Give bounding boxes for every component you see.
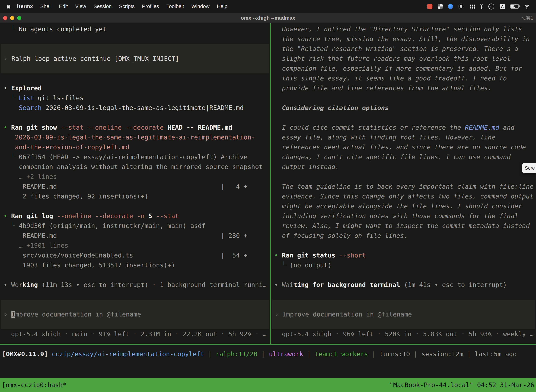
tmux-status-bar: [omx-cczip0:bash* "MacBook-Pro-44.local"… bbox=[0, 378, 536, 392]
apple-menu-icon[interactable] bbox=[6, 4, 10, 9]
screen-recording-icon[interactable] bbox=[427, 4, 432, 9]
window-title-bar[interactable]: omx --xhigh --madmax ⌥⌘1 bbox=[0, 13, 536, 23]
blank-line bbox=[0, 290, 270, 300]
terminal-line: However, I noticed the "Directory Struct… bbox=[271, 24, 536, 34]
terminal-line: The team guideline is to back every impo… bbox=[271, 182, 536, 191]
tmux-pane-bottom: [OMX#0.11.9] cczip/essay/ai-reimplementa… bbox=[0, 345, 536, 378]
terminal-line: companion analysis without altering the … bbox=[0, 162, 270, 172]
terminal-line: evidence. Since this change only affects… bbox=[271, 191, 536, 201]
prompt-input-left[interactable]: › Improve documentation in @filename bbox=[1, 300, 269, 329]
terminal-line: changes, I can't cite specific file line… bbox=[271, 152, 536, 162]
terminal-line: 1903 files changed, 513517 insertions(+) bbox=[0, 260, 270, 270]
terminal-line: README.md | 280 + bbox=[0, 231, 270, 241]
thinking-heading: Considering citation options bbox=[271, 103, 536, 113]
blank-line bbox=[271, 172, 536, 182]
menu-view[interactable]: View bbox=[72, 4, 90, 9]
menu-session[interactable]: Session bbox=[90, 4, 115, 9]
terminal-line: this single essay, it seems like a good … bbox=[271, 73, 536, 83]
ran-git-show: • Ran git show --stat --oneline --decora… bbox=[0, 123, 270, 132]
menu-profiles[interactable]: Profiles bbox=[139, 4, 163, 9]
terminal-line: I could cite commit statistics or refere… bbox=[271, 123, 536, 132]
terminal-line: … +1901 lines bbox=[0, 241, 270, 250]
blank-line bbox=[271, 270, 536, 280]
tmux-host-clock: "MacBook-Pro-44.local" 04:52 31-Mar-26 bbox=[389, 380, 534, 390]
terminal-line: └ 067f154 (HEAD -> essay/ai-reimplementa… bbox=[0, 152, 270, 162]
terminal-line: companion file, especially if more comme… bbox=[271, 64, 536, 73]
tmux-pane-left[interactable]: └ No agents completed yet› Ralph loop ac… bbox=[0, 23, 270, 344]
blank-line bbox=[271, 241, 536, 250]
prompt-input-right[interactable]: › Improve documentation in @filename bbox=[272, 300, 535, 329]
blank-line bbox=[271, 113, 536, 123]
blank-line bbox=[0, 113, 270, 123]
terminal-line: of focusing solely on file lines. bbox=[271, 231, 536, 241]
menu-items: iTerm2 Shell Edit View Session Scripts P… bbox=[5, 4, 231, 9]
terminal-line: Search 2026-03-09-is-legal-the-same-as-l… bbox=[0, 103, 270, 113]
wifi-icon[interactable] bbox=[524, 4, 530, 9]
terminal-line: 2 files changed, 92 insertions(+) bbox=[0, 191, 270, 201]
menu-status-icons: 61 A bbox=[427, 4, 531, 9]
terminal-line: 2026-03-09-is-legal-the-same-as-legitima… bbox=[0, 132, 270, 142]
input-source-icon[interactable]: A bbox=[500, 4, 505, 9]
omx-status-line: [OMX#0.11.9] cczip/essay/ai-reimplementa… bbox=[0, 349, 536, 359]
menu-shell[interactable]: Shell bbox=[37, 4, 55, 9]
ran-git-log: • Ran git log --oneline --decorate -n 5 … bbox=[0, 211, 270, 221]
dots-grid-icon[interactable] bbox=[469, 4, 475, 9]
terminal-line: and-the-erosion-of-copyleft.md bbox=[0, 142, 270, 152]
terminal-line: including verification notes with those … bbox=[271, 211, 536, 221]
menu-toolbelt[interactable]: Toolbelt bbox=[163, 4, 188, 9]
window-shortcut-badge: ⌥⌘1 bbox=[520, 15, 533, 21]
menu-help[interactable]: Help bbox=[213, 4, 231, 9]
prompt-text: › Improve documentation in @filename bbox=[1, 309, 269, 319]
terminal-line: └ 4b9d30f (origin/main, instructkr/main,… bbox=[0, 221, 270, 231]
terminal-line: the source tree, missing the essay. Stil… bbox=[271, 34, 536, 44]
menu-window[interactable]: Window bbox=[188, 4, 213, 9]
terminal-line: └ (no output) bbox=[271, 260, 536, 270]
macos-menu-bar: iTerm2 Shell Edit View Session Scripts P… bbox=[0, 0, 536, 13]
terminal-line: provide file and line references from th… bbox=[271, 83, 536, 93]
menu-edit[interactable]: Edit bbox=[55, 4, 72, 9]
battery-icon[interactable] bbox=[510, 4, 519, 9]
prompt-text: › Ralph loop active continue [OMX_TMUX_I… bbox=[1, 54, 269, 64]
waiting-status: • Waiting for background terminal (1m 41… bbox=[271, 280, 536, 290]
blank-line bbox=[271, 290, 536, 300]
blank-line bbox=[0, 34, 270, 44]
menu-scripts[interactable]: Scripts bbox=[115, 4, 139, 9]
terminal-line: might be acceptable alongside the file l… bbox=[271, 201, 536, 211]
dark-circle-app-icon[interactable] bbox=[458, 4, 464, 9]
terminal-line: references need actual files, and since … bbox=[271, 142, 536, 152]
menu-iterm2[interactable]: iTerm2 bbox=[13, 4, 37, 9]
blank-line bbox=[0, 73, 270, 83]
terminal-line: slight risk that future readers may over… bbox=[271, 54, 536, 64]
terminal-line: src/voice/voiceModeEnabled.ts | 54 + bbox=[0, 250, 270, 260]
screen-overlay-chip[interactable]: Scre bbox=[522, 163, 536, 173]
blank-line bbox=[0, 201, 270, 211]
fullscreen-button[interactable] bbox=[17, 16, 21, 20]
minimize-button[interactable] bbox=[10, 16, 14, 20]
checker-grid-icon[interactable] bbox=[438, 4, 443, 9]
close-button[interactable] bbox=[3, 16, 7, 20]
terminal-line: output instead. bbox=[271, 162, 536, 172]
traffic-lights bbox=[0, 16, 21, 20]
session-status-left: gpt-5.4 xhigh · main · 91% left · 2.31M … bbox=[0, 329, 270, 339]
terminal-line: the "Related research writing" section i… bbox=[271, 44, 536, 54]
battery-percent-gauge-icon[interactable]: 61 bbox=[488, 4, 494, 9]
terminal-content[interactable]: └ No agents completed yet› Ralph loop ac… bbox=[0, 23, 536, 392]
terminal-line: └ List git ls-files bbox=[0, 93, 270, 103]
working-status: • Working (11m 13s • esc to interrupt) ·… bbox=[0, 280, 270, 290]
terminal-line: essay file, along with finding root file… bbox=[271, 132, 536, 142]
ran-git-status: • Ran git status --short bbox=[271, 250, 536, 260]
terminal-line: review. Also, I might want to inspect th… bbox=[271, 221, 536, 231]
window-title: omx --xhigh --madmax bbox=[241, 15, 295, 21]
terminal-line: README.md | 4 + bbox=[0, 182, 270, 191]
ralph-loop-banner[interactable]: › Ralph loop active continue [OMX_TMUX_I… bbox=[1, 44, 269, 73]
terminal-line: … +2 lines bbox=[0, 172, 270, 182]
blank-line bbox=[0, 270, 270, 280]
tmux-pane-right[interactable]: However, I noticed the "Directory Struct… bbox=[271, 23, 536, 344]
tmux-session-window-label: [omx-cczip0:bash* bbox=[2, 380, 67, 390]
key-icon[interactable] bbox=[480, 4, 483, 9]
blue-app-icon[interactable] bbox=[448, 4, 453, 9]
blank-line bbox=[271, 93, 536, 103]
session-status-right: gpt-5.4 xhigh · 96% left · 520K in · 5.8… bbox=[271, 329, 536, 339]
prompt-text: › Improve documentation in @filename bbox=[272, 309, 535, 319]
explored-header: • Explored bbox=[0, 83, 270, 93]
